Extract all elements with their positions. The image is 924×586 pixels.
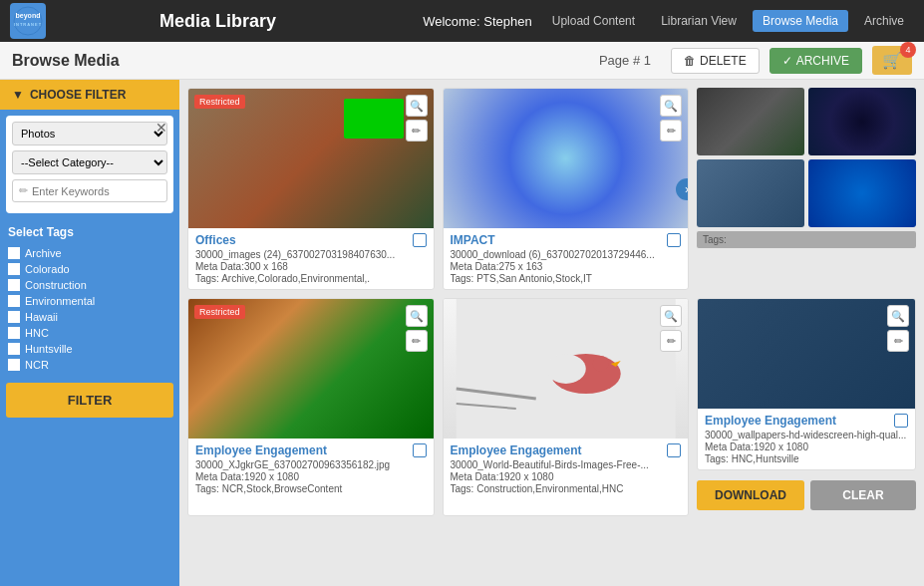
card-filename-impact: 30000_download (6)_637002702013729446... [451, 249, 682, 260]
tag-construction: Construction [8, 277, 171, 293]
clear-btn[interactable]: CLEAR [810, 480, 916, 510]
svg-text:beyond: beyond [16, 12, 41, 20]
media-card-forest: Restricted 🔍 ✏ Employee Engagement 30000… [187, 298, 435, 516]
card-icons-bird: 🔍 ✏ [660, 305, 682, 352]
card-meta-impact: Meta Data:275 x 163 [451, 261, 682, 272]
welcome-text: Welcome: Stephen [423, 14, 532, 29]
zoom-icon-btn-emp3[interactable]: 🔍 [887, 305, 909, 327]
col3-thumb-meeting [697, 88, 804, 155]
content-area: Restricted 🔍 ✏ Offices 30000_images (24)… [179, 80, 924, 586]
card-filename-emp3: 30000_wallpapers-hd-widescreen-high-qual… [705, 430, 908, 440]
tag-hawaii: Hawaii [8, 309, 171, 325]
edit-icon-btn-bird[interactable]: ✏ [660, 330, 682, 352]
delete-btn[interactable]: 🗑 DELETE [671, 48, 760, 74]
pencil-icon: ✏ [19, 184, 28, 197]
keyword-input[interactable] [32, 185, 160, 197]
tag-checkbox-archive[interactable] [8, 247, 20, 259]
card-title-offices: Offices [195, 233, 427, 247]
tag-ncr: NCR [8, 357, 171, 373]
choose-filter-btn[interactable]: ▼ CHOOSE FILTER [0, 80, 179, 110]
zoom-icon-btn-bird[interactable]: 🔍 [660, 305, 682, 327]
media-card-emp3: 🔍 ✏ Employee Engagement 30000_wallpapers… [697, 298, 916, 470]
tag-checkbox-hawaii[interactable] [8, 311, 20, 323]
edit-icon-btn-impact[interactable]: ✏ [660, 120, 682, 142]
edit-icon-btn[interactable]: ✏ [406, 120, 428, 142]
card-image-impact: 🔍 ✏ [444, 89, 689, 228]
col3-thumb-spiral2 [808, 159, 916, 227]
download-btn[interactable]: DOWNLOAD [697, 480, 804, 510]
card-filename-forest: 30000_XJgkrGE_637002700963356182.jpg [195, 459, 427, 470]
card-title-emp3: Employee Engagement [705, 414, 908, 428]
card-filename-offices: 30000_images (24)_637002703198407630... [195, 249, 427, 260]
card-select-offices[interactable] [413, 233, 427, 247]
zoom-icon-btn-forest[interactable]: 🔍 [406, 305, 428, 327]
col3-tags: Tags: [697, 231, 916, 248]
category-select[interactable]: --Select Category-- [12, 150, 167, 174]
card-select-forest[interactable] [413, 443, 427, 457]
subheader: Browse Media Page # 1 🗑 DELETE ✓ ARCHIVE… [0, 42, 924, 80]
tag-environmental: Environmental [8, 293, 171, 309]
filter-panel: ✕ Photos --Select Category-- ✏ [6, 116, 173, 213]
tag-checkbox-environmental[interactable] [8, 295, 20, 307]
media-card-offices: Restricted 🔍 ✏ Offices 30000_images (24)… [187, 88, 435, 290]
card-title-bird: Employee Engagement [451, 443, 682, 457]
card-image-offices: Restricted 🔍 ✏ [188, 89, 434, 228]
zoom-icon-btn-impact[interactable]: 🔍 [660, 95, 682, 117]
archive-btn[interactable]: Archive [854, 10, 914, 32]
app-title: Media Library [159, 11, 276, 32]
card-title-forest: Employee Engagement [195, 443, 427, 457]
svg-point-5 [545, 354, 585, 384]
header: beyond INTRANET Media Library Welcome: S… [0, 0, 924, 42]
trash-icon: 🗑 [684, 54, 696, 68]
tag-checkbox-colorado[interactable] [8, 263, 20, 275]
svg-text:INTRANET: INTRANET [14, 22, 42, 27]
logo-icon: beyond INTRANET [10, 3, 46, 39]
col3-thumb-meeting2 [697, 159, 804, 227]
svg-point-6 [592, 356, 608, 372]
col3-thumb-spiral [808, 88, 916, 155]
sidebar: ▼ CHOOSE FILTER ✕ Photos --Select Catego… [0, 80, 179, 586]
card-select-impact[interactable] [667, 233, 681, 247]
librarian-view-btn[interactable]: Librarian View [651, 10, 747, 32]
filter-icon: ▼ [12, 88, 24, 102]
media-grid: Restricted 🔍 ✏ Offices 30000_images (24)… [187, 88, 916, 516]
archive-action-btn[interactable]: ✓ ARCHIVE [770, 48, 862, 74]
media-card-bird: 🔍 ✏ Employee Engagement 30000_World-Beau… [443, 298, 690, 516]
tag-checkbox-construction[interactable] [8, 279, 20, 291]
card-icons-forest: 🔍 ✏ [406, 305, 428, 352]
tag-checkbox-ncr[interactable] [8, 359, 20, 371]
card-info-offices: Offices 30000_images (24)_63700270319840… [188, 228, 434, 289]
filter-action-btn[interactable]: FILTER [6, 383, 173, 418]
upload-content-btn[interactable]: Upload Content [542, 10, 645, 32]
card-info-forest: Employee Engagement 30000_XJgkrGE_637002… [188, 439, 434, 499]
card-title-impact: IMPACT [451, 233, 682, 247]
close-filter-btn[interactable]: ✕ [155, 120, 167, 136]
browse-media-title: Browse Media [12, 52, 589, 70]
card-select-bird[interactable] [667, 443, 681, 457]
type-select[interactable]: Photos [12, 122, 167, 146]
media-card-impact: 🔍 ✏ IMPACT 30000_download (6)_6370027020… [443, 88, 690, 290]
restricted-badge: Restricted [194, 95, 245, 109]
card-filename-bird: 30000_World-Beautiful-Birds-Images-Free-… [451, 459, 682, 470]
card-info-impact: IMPACT 30000_download (6)_63700270201372… [444, 228, 689, 289]
card-image-forest: Restricted 🔍 ✏ [188, 299, 434, 439]
tags-title: Select Tags [8, 225, 171, 239]
tag-colorado: Colorado [8, 261, 171, 277]
cart-btn[interactable]: 🛒 4 [872, 46, 912, 75]
browse-media-btn[interactable]: Browse Media [753, 10, 848, 32]
edit-icon-btn-emp3[interactable]: ✏ [887, 330, 909, 352]
tag-hnc: HNC [8, 325, 171, 341]
tag-archive: Archive [8, 245, 171, 261]
card-image-emp3: 🔍 ✏ [698, 299, 915, 409]
zoom-icon-btn[interactable]: 🔍 [406, 95, 428, 117]
keyword-input-wrap: ✏ [12, 179, 167, 202]
card-select-emp3[interactable] [894, 414, 908, 428]
tag-huntsville: Huntsville [8, 341, 171, 357]
main-layout: ▼ CHOOSE FILTER ✕ Photos --Select Catego… [0, 80, 924, 586]
tag-checkbox-huntsville[interactable] [8, 343, 20, 355]
tag-checkbox-hnc[interactable] [8, 327, 20, 339]
cart-badge: 4 [900, 42, 916, 58]
card-tags-forest: Tags: NCR,Stock,BrowseContent [195, 483, 427, 494]
edit-icon-btn-forest[interactable]: ✏ [406, 330, 428, 352]
tags-section: Select Tags Archive Colorado Constructio… [0, 219, 179, 377]
